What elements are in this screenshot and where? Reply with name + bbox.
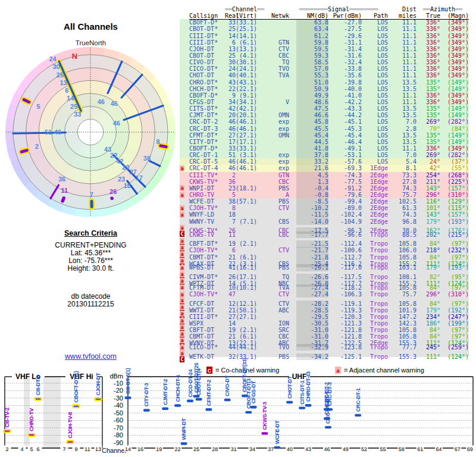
station-marker-label: CHCH-DT-1	[175, 374, 181, 402]
azimuth-magnetic: (55°)	[440, 165, 469, 171]
distance-miles: 5.4	[388, 158, 416, 165]
noise-margin: -30.5	[289, 320, 328, 327]
adjacent-warning-badge: a	[180, 258, 184, 264]
station-marker	[261, 432, 268, 434]
virtual-channel: (40.1)	[236, 72, 257, 79]
channel-tick-label: 52	[361, 446, 367, 452]
adjacent-warning-badge: a	[180, 185, 184, 191]
channel-tick-label: 16	[137, 446, 143, 452]
azimuth-true: 135°	[416, 79, 440, 86]
channel-tick-label: 67	[455, 446, 461, 452]
warning-badges: a	[180, 205, 189, 211]
noise-margin: -26.6	[289, 274, 328, 280]
warning-badges: a	[180, 265, 189, 271]
azimuth-true: 218°	[416, 247, 440, 253]
path: LOS	[362, 118, 388, 125]
azimuth-true: 336°	[416, 72, 440, 79]
callsign: WSPX	[189, 320, 225, 327]
tvfool-link[interactable]: www.tvfool.com	[0, 352, 181, 361]
legend-text: = Adjacent channel warning	[344, 367, 424, 374]
azimuth-true: 336°	[416, 59, 440, 65]
dbm-tick-label: -20	[114, 387, 123, 394]
azimuth-magnetic: (95°)	[440, 274, 469, 280]
callsign: CBMT-DT*	[189, 254, 225, 261]
power: -44.2	[328, 112, 362, 118]
channel-tick-label: 46	[324, 446, 330, 452]
power: -39.8	[328, 79, 362, 86]
radar-channel-label: 25	[70, 103, 77, 110]
co-channel-warning-badge: C	[180, 231, 184, 237]
real-channel: 44	[225, 344, 236, 350]
network: CTV	[257, 301, 289, 307]
real-channel: 46	[225, 165, 236, 171]
station-marker-label: CIVO-DT	[224, 375, 230, 396]
path: LOS	[362, 152, 388, 158]
signal-strength-chart: -10-20-30-40-50-60-70-80-90VHF LoVHF HiU…	[0, 366, 476, 457]
table-row: CHCH-DT*22(22.1)50.9-40.0LOS13.5135°(149…	[180, 86, 469, 92]
azimuth-magnetic: (215°)	[440, 231, 469, 238]
path: Tropo	[362, 247, 388, 253]
noise-margin: -11.5	[289, 211, 328, 218]
azimuth-true: 135°	[416, 132, 440, 139]
power: -31.1	[328, 39, 362, 46]
noise-margin: 48.6	[289, 99, 328, 105]
station-marker-label: CKWS-TV-3	[262, 402, 268, 430]
network: PBS	[257, 353, 289, 360]
azimuth-magnetic: (124°)	[440, 353, 469, 360]
table-row: CICO-DT*24(24.1)TVO57.0-33.8LOS11.1336°(…	[180, 65, 469, 72]
callsign: WNYF-LD	[189, 211, 225, 218]
header-underline	[189, 19, 469, 20]
path: LOS	[362, 19, 388, 26]
adjacent-warning-badge: a	[180, 337, 184, 343]
network: SRC	[257, 327, 289, 333]
table-row: aCJOH-TV*47CTV-27.4-106.3Tropo75.7296°(3…	[180, 291, 469, 298]
noise-margin: -10.2	[289, 205, 328, 211]
real-channel: 42	[225, 105, 236, 112]
station-marker	[174, 404, 181, 406]
channel-tick-label: 37	[268, 446, 274, 452]
callsign: CBFT-DT	[189, 327, 225, 333]
table-row: WWNY-TV7(7.1)CBS-14.0-104.92Edge96.8179°…	[180, 218, 469, 225]
channel-tick-label: 5	[30, 446, 33, 452]
real-channel: 6	[225, 39, 236, 46]
virtual-channel: (16.1)	[236, 264, 257, 271]
callsign: CKWS-TV*	[189, 179, 225, 185]
column-header: NM(dB)	[289, 12, 328, 19]
radar-channel-label: 24	[49, 55, 57, 62]
distance-miles: 27.8	[388, 179, 416, 185]
callsign: CIII-DT*	[189, 39, 225, 46]
table-row: aCCFCF-DT12(12.1)CTV-28.2-119.1Tropo105.…	[180, 298, 469, 304]
radar-channel-label: 46	[113, 120, 120, 127]
power: -102.4	[328, 211, 362, 218]
warning-badges: a	[180, 185, 189, 191]
callsign: CBFT-DT*	[189, 240, 225, 247]
callsign: CFMT-DT*	[189, 132, 225, 139]
azimuth-true: 336°	[416, 99, 440, 105]
noise-margin: -0.8	[289, 192, 328, 198]
network: OMN	[257, 132, 289, 139]
power: -40.0	[328, 86, 362, 92]
virtual-channel: (13.1)	[236, 46, 257, 52]
azimuth-true: 269°	[416, 152, 440, 158]
azimuth-true: 336°	[416, 65, 440, 72]
station-marker	[245, 411, 252, 414]
adjacent-warning-badge: a	[180, 345, 184, 350]
azimuth-magnetic: (268°)	[440, 172, 469, 179]
callsign: CJOH-TV*	[189, 291, 225, 298]
power: -91.2	[328, 185, 362, 192]
channel-tick-label: 13	[95, 446, 101, 452]
table-row: CJMT-DT*20(20.1)OMN46.6-44.2LOS13.5135°(…	[180, 112, 469, 118]
power: -53.1	[328, 152, 362, 158]
dbm-axis-label: dBm	[109, 373, 123, 380]
distance-miles: 13.5	[388, 112, 416, 118]
virtual-channel: (30.1)	[236, 59, 257, 65]
dbm-tick-label: -90	[114, 439, 123, 446]
radar-channel-label: 46	[111, 100, 118, 107]
azimuth-magnetic: (193°)	[440, 218, 469, 225]
real-channel: 19	[225, 327, 236, 333]
distance-miles: 155.3	[388, 353, 416, 360]
virtual-channel: (46.1)	[236, 118, 257, 125]
channel-tick-label: 34	[249, 446, 255, 452]
path: Tropo	[362, 314, 388, 320]
real-channel: 40	[225, 72, 236, 79]
